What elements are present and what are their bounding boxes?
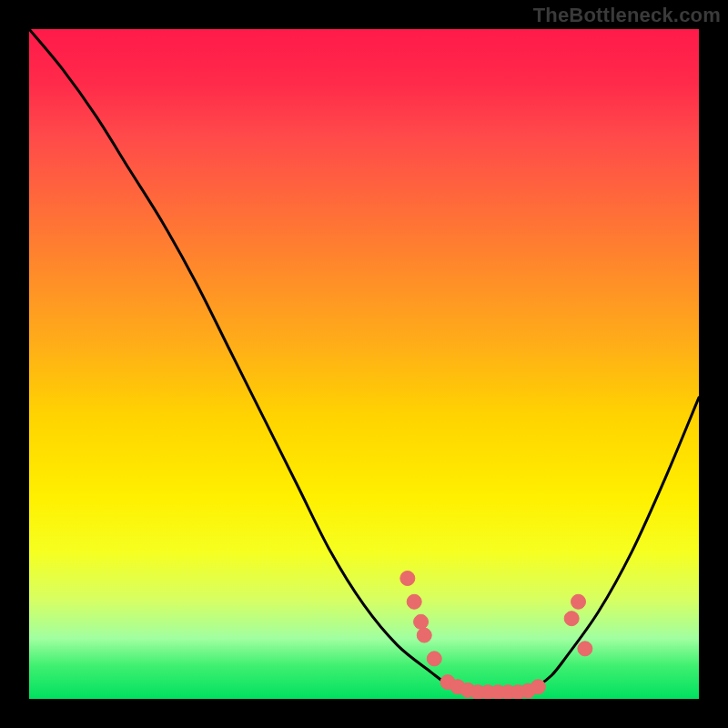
- watermark-text: TheBottleneck.com: [533, 4, 721, 27]
- chart-container: TheBottleneck.com: [0, 0, 728, 728]
- plot-area: [29, 29, 699, 699]
